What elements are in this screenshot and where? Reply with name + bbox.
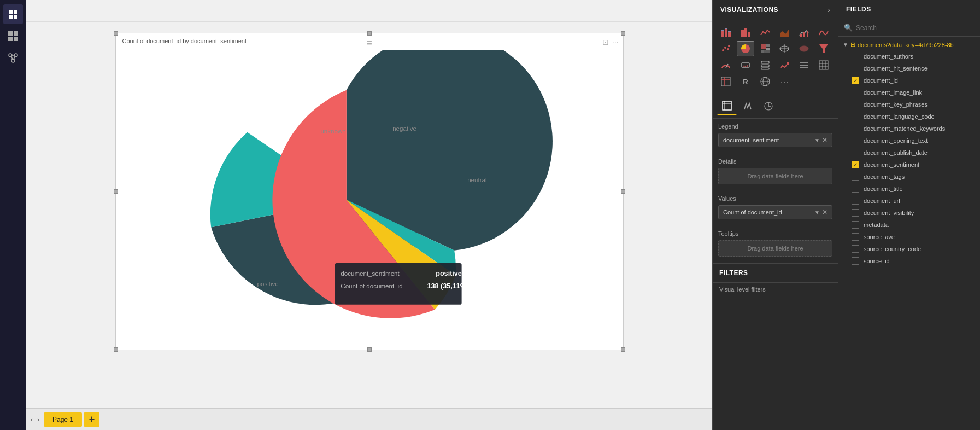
viz-stacked-bar-icon[interactable] — [717, 25, 735, 40]
viz-funnel-icon[interactable] — [815, 41, 832, 56]
label-unknown: unknown — [320, 128, 345, 135]
resize-handle-tr[interactable] — [621, 31, 625, 36]
field-checkbox[interactable] — [852, 65, 859, 72]
format-tab[interactable] — [738, 97, 758, 115]
viz-filled-map-icon[interactable] — [795, 41, 813, 56]
viz-multirow-card-icon[interactable] — [756, 57, 774, 73]
resize-handle-tl[interactable] — [114, 31, 118, 36]
field-item[interactable]: document_opening_text — [838, 135, 980, 147]
field-name: document_hit_sentence — [864, 65, 928, 72]
field-checkbox[interactable] — [852, 89, 859, 96]
values-field-pill[interactable]: Count of document_id ▼ ✕ — [718, 205, 832, 219]
group-expand-icon[interactable]: ▼ — [843, 42, 848, 48]
field-checkbox[interactable] — [852, 149, 859, 156]
more-options-icon[interactable]: ··· — [612, 38, 619, 47]
svg-rect-24 — [728, 31, 731, 32]
fields-panel-title: FIELDS — [846, 5, 871, 13]
expand-icon[interactable]: ⊡ — [602, 38, 609, 47]
legend-field-dropdown[interactable]: ▼ — [814, 137, 820, 143]
chart-drag-handle[interactable]: ≡ — [366, 38, 372, 49]
viz-gauge-icon[interactable] — [717, 57, 735, 73]
field-item[interactable]: ✓document_id — [838, 74, 980, 86]
field-item[interactable]: document_language_code — [838, 111, 980, 123]
field-checkbox[interactable] — [852, 101, 859, 108]
field-name: document_authors — [864, 53, 913, 60]
field-checkbox[interactable] — [852, 137, 859, 144]
viz-ribbon-icon[interactable] — [815, 25, 832, 40]
field-checkbox[interactable] — [852, 113, 859, 120]
fields-tab[interactable] — [717, 97, 737, 115]
field-checkbox[interactable] — [852, 221, 859, 229]
viz-table-icon[interactable] — [815, 57, 832, 73]
field-item[interactable]: document_matched_keywords — [838, 123, 980, 135]
field-name: metadata — [864, 222, 889, 228]
field-name: source_id — [864, 258, 890, 264]
field-item[interactable]: document_url — [838, 195, 980, 207]
page-nav-next[interactable]: › — [37, 416, 39, 423]
viz-bar-chart-icon[interactable] — [737, 25, 754, 40]
field-name: document_title — [864, 185, 903, 192]
field-item[interactable]: ✓document_sentiment — [838, 159, 980, 171]
viz-matrix-icon[interactable] — [717, 74, 735, 89]
field-item[interactable]: document_image_link — [838, 86, 980, 98]
viz-kpi-icon[interactable] — [776, 57, 793, 73]
field-item[interactable]: document_visibility — [838, 207, 980, 219]
viz-slicer-icon[interactable] — [795, 57, 813, 73]
tooltips-drag-area[interactable]: Drag data fields here — [718, 240, 832, 257]
details-drag-area[interactable]: Drag data fields here — [718, 168, 832, 184]
analytics-tab[interactable] — [759, 97, 778, 115]
viz-treemap-icon[interactable] — [756, 41, 774, 56]
viz-pie-chart-icon[interactable] — [737, 41, 754, 56]
legend-field-pill[interactable]: document_sentiment ▼ ✕ — [718, 133, 832, 147]
field-item[interactable]: document_authors — [838, 50, 980, 62]
field-name: document_publish_date — [864, 149, 928, 156]
field-checkbox[interactable] — [852, 245, 859, 253]
sidebar-model-icon[interactable] — [3, 48, 23, 68]
field-item[interactable]: document_key_phrases — [838, 98, 980, 111]
viz-area-chart-icon[interactable] — [776, 25, 793, 40]
sidebar-data-icon[interactable] — [3, 26, 23, 46]
viz-line-chart-icon[interactable] — [756, 25, 774, 40]
field-item[interactable]: metadata — [838, 219, 980, 231]
page-tab-1[interactable]: Page 1 — [44, 412, 82, 427]
svg-rect-19 — [721, 31, 724, 37]
sidebar-report-icon[interactable] — [3, 4, 23, 24]
viz-card-icon[interactable]: 123 — [737, 57, 754, 73]
field-checkbox[interactable] — [852, 125, 859, 132]
viz-line-clustered-icon[interactable] — [795, 25, 813, 40]
legend-field-remove[interactable]: ✕ — [822, 136, 828, 144]
field-item[interactable]: document_tags — [838, 171, 980, 183]
chart-container[interactable]: ≡ Count of document_id by document_senti… — [115, 33, 624, 350]
viz-r-script-icon[interactable]: R — [737, 74, 754, 89]
viz-more-icon[interactable]: ··· — [776, 74, 793, 89]
resize-handle-tm[interactable] — [367, 31, 372, 36]
viz-panel-arrow[interactable]: › — [828, 5, 830, 14]
field-item[interactable]: source_country_code — [838, 243, 980, 255]
fields-group-header[interactable]: ▼ ⊞ documents?data_key=4d79b228-8b — [838, 39, 980, 50]
svg-rect-27 — [748, 32, 750, 37]
viz-scatter-icon[interactable] — [717, 41, 735, 56]
viz-map-icon[interactable] — [776, 41, 793, 56]
field-checkbox[interactable]: ✓ — [852, 77, 859, 84]
field-checkbox[interactable] — [852, 209, 859, 217]
viz-globe-icon[interactable] — [756, 74, 774, 89]
values-field-dropdown[interactable]: ▼ — [814, 210, 820, 216]
svg-rect-20 — [721, 30, 724, 31]
field-checkbox[interactable]: ✓ — [852, 161, 859, 168]
field-checkbox[interactable] — [852, 53, 859, 60]
field-item[interactable]: document_hit_sentence — [838, 62, 980, 74]
field-item[interactable]: document_publish_date — [838, 147, 980, 159]
page-add-button[interactable]: + — [84, 412, 99, 427]
field-item[interactable]: document_title — [838, 183, 980, 195]
svg-rect-26 — [744, 28, 747, 37]
field-checkbox[interactable] — [852, 173, 859, 181]
page-nav-prev[interactable]: ‹ — [31, 416, 33, 423]
field-checkbox[interactable] — [852, 185, 859, 193]
field-checkbox[interactable] — [852, 233, 859, 241]
values-field-remove[interactable]: ✕ — [822, 208, 828, 216]
field-item[interactable]: source_id — [838, 255, 980, 267]
field-checkbox[interactable] — [852, 257, 859, 265]
fields-search-input[interactable] — [856, 24, 975, 32]
field-checkbox[interactable] — [852, 197, 859, 205]
field-item[interactable]: source_ave — [838, 231, 980, 243]
